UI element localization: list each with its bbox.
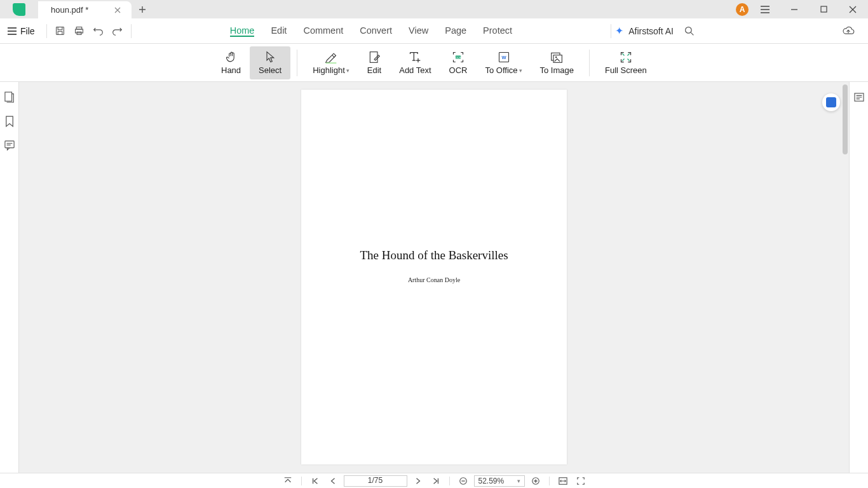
tab-comment[interactable]: Comment xyxy=(303,25,343,37)
svg-rect-18 xyxy=(4,141,13,148)
zoom-in-icon[interactable] xyxy=(529,475,543,487)
svg-rect-0 xyxy=(821,6,827,12)
tab-title: houn.pdf * xyxy=(51,5,88,15)
tool-select-label: Select xyxy=(259,65,281,75)
fit-width-icon[interactable] xyxy=(556,475,570,487)
add-text-icon xyxy=(408,50,422,64)
tool-select[interactable]: Select xyxy=(250,46,290,79)
status-bar: 1/75 52.59% ▾ xyxy=(0,473,868,488)
scroll-top-icon[interactable] xyxy=(281,475,295,487)
ai-label: Afirstsoft AI xyxy=(628,26,674,36)
svg-point-7 xyxy=(686,27,692,33)
highlighter-icon xyxy=(324,50,338,64)
print-icon[interactable] xyxy=(70,22,89,41)
tool-edit[interactable]: Edit xyxy=(358,46,390,79)
tool-image-label: To Image xyxy=(540,65,574,75)
comment-panel-icon[interactable] xyxy=(3,139,16,152)
hamburger-menu-icon[interactable] xyxy=(752,1,778,18)
maximize-button[interactable] xyxy=(811,1,836,18)
tab-view[interactable]: View xyxy=(409,25,428,37)
ai-button[interactable]: ✦ Afirstsoft AI xyxy=(615,25,674,37)
document-tab[interactable]: houn.pdf * xyxy=(38,1,132,18)
vertical-scrollbar[interactable] xyxy=(843,85,848,154)
fit-page-icon[interactable] xyxy=(574,475,588,487)
tool-to-image[interactable]: To Image xyxy=(531,46,583,79)
right-panel-icon[interactable] xyxy=(853,91,865,104)
zoom-level-field[interactable]: 52.59% ▾ xyxy=(474,475,525,487)
document-author: Arthur Conan Doyle xyxy=(301,276,567,283)
svg-rect-5 xyxy=(76,29,83,33)
hand-icon xyxy=(224,50,238,64)
cursor-icon xyxy=(263,50,277,64)
main-nav-tabs: Home Edit Comment Convert View Page Prot… xyxy=(230,25,512,37)
svg-rect-2 xyxy=(58,27,62,30)
new-tab-button[interactable] xyxy=(132,0,153,18)
ribbon-toolbar: Hand Select Highlight▾ Edit Add Text OCR… xyxy=(0,44,868,82)
app-logo xyxy=(0,0,38,18)
tab-convert[interactable]: Convert xyxy=(360,25,392,37)
file-menu-button[interactable]: File xyxy=(0,18,43,43)
convert-word-badge[interactable] xyxy=(822,93,840,111)
tool-hand-label: Hand xyxy=(221,65,241,75)
tool-addtext-label: Add Text xyxy=(399,65,431,75)
thumbnails-icon[interactable] xyxy=(3,91,16,104)
document-canvas[interactable]: The Hound of the Baskervilles Arthur Con… xyxy=(19,82,849,473)
tool-ocr[interactable]: OCR OCR xyxy=(440,46,477,79)
document-title: The Hound of the Baskervilles xyxy=(301,248,567,262)
edit-doc-icon xyxy=(367,50,381,64)
image-icon xyxy=(550,50,564,64)
tool-highlight[interactable]: Highlight▾ xyxy=(304,46,358,79)
next-page-icon[interactable] xyxy=(411,475,425,487)
cloud-icon[interactable] xyxy=(839,22,858,41)
tab-edit[interactable]: Edit xyxy=(271,25,287,37)
file-label: File xyxy=(20,26,35,36)
svg-rect-1 xyxy=(57,27,64,35)
tab-protect[interactable]: Protect xyxy=(483,25,512,37)
close-tab-icon[interactable] xyxy=(114,6,121,14)
tool-add-text[interactable]: Add Text xyxy=(390,46,440,79)
caret-icon: ▾ xyxy=(517,478,520,484)
svg-text:W: W xyxy=(501,55,506,60)
prev-page-icon[interactable] xyxy=(326,475,340,487)
main-area: The Hound of the Baskervilles Arthur Con… xyxy=(0,82,868,473)
titlebar: houn.pdf * A xyxy=(0,0,868,18)
zoom-value: 52.59% xyxy=(478,477,505,485)
fullscreen-icon xyxy=(619,50,633,64)
zoom-out-icon[interactable] xyxy=(456,475,470,487)
pdf-page: The Hound of the Baskervilles Arthur Con… xyxy=(301,90,567,464)
save-icon[interactable] xyxy=(51,22,70,41)
undo-icon[interactable] xyxy=(89,22,108,41)
tool-fullscreen-label: Full Screen xyxy=(605,65,647,75)
search-icon[interactable] xyxy=(680,22,699,41)
bookmark-icon[interactable] xyxy=(3,115,16,128)
right-sidebar xyxy=(849,82,868,473)
caret-icon: ▾ xyxy=(519,67,522,74)
svg-rect-17 xyxy=(4,92,11,101)
svg-rect-3 xyxy=(58,31,62,34)
sparkle-icon: ✦ xyxy=(615,25,623,37)
tool-hand[interactable]: Hand xyxy=(212,46,250,79)
user-avatar[interactable]: A xyxy=(736,3,749,16)
last-page-icon[interactable] xyxy=(429,475,443,487)
ocr-icon: OCR xyxy=(451,50,465,64)
svg-rect-8 xyxy=(326,62,337,64)
minimize-button[interactable] xyxy=(782,1,807,18)
tool-to-office[interactable]: W To Office▾ xyxy=(476,46,531,79)
left-sidebar xyxy=(0,82,19,473)
svg-text:OCR: OCR xyxy=(455,56,461,59)
navbar: File Home Edit Comment Convert View Page… xyxy=(0,18,868,44)
caret-icon: ▾ xyxy=(346,67,349,74)
redo-icon[interactable] xyxy=(108,22,127,41)
office-icon: W xyxy=(497,50,511,64)
tab-page[interactable]: Page xyxy=(445,25,466,37)
close-window-button[interactable] xyxy=(840,1,865,18)
tool-office-label: To Office xyxy=(485,65,517,75)
tab-home[interactable]: Home xyxy=(230,25,255,37)
tool-highlight-label: Highlight xyxy=(313,65,345,75)
tool-edit-label: Edit xyxy=(367,65,381,75)
svg-point-16 xyxy=(555,57,557,58)
page-number-field[interactable]: 1/75 xyxy=(344,475,407,487)
tool-fullscreen[interactable]: Full Screen xyxy=(596,46,656,79)
tool-ocr-label: OCR xyxy=(449,65,468,75)
first-page-icon[interactable] xyxy=(308,475,322,487)
